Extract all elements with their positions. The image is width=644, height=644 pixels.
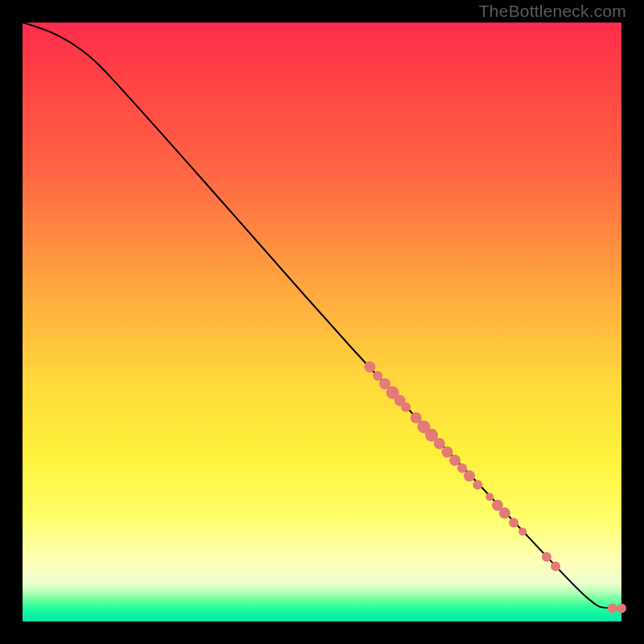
data-point <box>473 480 482 489</box>
data-point <box>457 464 467 473</box>
data-point <box>441 446 452 457</box>
data-point <box>373 371 382 381</box>
data-point <box>464 470 475 481</box>
data-points-group <box>365 361 626 613</box>
data-point <box>365 361 376 373</box>
data-point <box>485 493 493 501</box>
data-point <box>499 507 510 518</box>
data-point <box>551 562 560 572</box>
data-point <box>518 527 526 535</box>
data-point <box>449 455 460 466</box>
data-point <box>509 518 518 527</box>
data-point <box>608 604 617 613</box>
data-point <box>542 552 551 562</box>
data-point <box>617 604 626 613</box>
chart-stage: TheBottleneck.com <box>0 0 644 644</box>
data-point <box>401 402 411 412</box>
watermark-text: TheBottleneck.com <box>479 2 626 21</box>
chart-svg <box>23 23 621 621</box>
data-point <box>434 438 445 449</box>
bottleneck-curve <box>23 23 621 609</box>
